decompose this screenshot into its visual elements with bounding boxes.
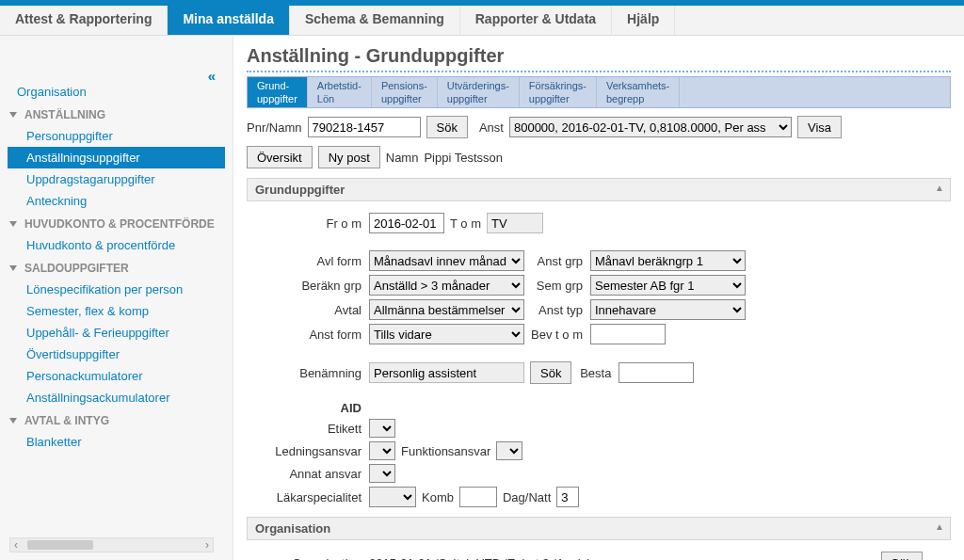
mainnav-hjalp[interactable]: Hjälp <box>612 6 675 35</box>
benamning-input[interactable] <box>369 362 524 383</box>
org-panel-header[interactable]: Organisation ▲ <box>247 517 951 540</box>
sidebar-blanketter[interactable]: Blanketter <box>8 431 225 453</box>
caret-down-icon <box>9 112 17 118</box>
besta-input[interactable] <box>619 362 694 383</box>
subtab-grunduppgifter[interactable]: Grund-uppgifter <box>248 77 308 107</box>
ledning-label: Ledningsansvar <box>247 444 369 458</box>
avtal-select[interactable]: Allmänna bestämmelser <box>369 299 524 320</box>
subtab-forsakrings[interactable]: Försäkrings-uppgifter <box>520 77 597 107</box>
sidebar-huvudkonto[interactable]: Huvudkonto & procentförde <box>8 234 225 256</box>
avlform-label: Avl form <box>247 254 369 268</box>
subtab-arbetstid[interactable]: Arbetstid-Lön <box>308 77 372 107</box>
anst-label: Anst <box>479 120 504 135</box>
anstform-label: Anst form <box>247 328 369 342</box>
annat-select[interactable] <box>369 464 395 483</box>
scroll-right-icon[interactable]: › <box>205 538 209 552</box>
sidebar-anteckning[interactable]: Anteckning <box>8 190 225 212</box>
berakngrp-select[interactable]: Anställd > 3 månader <box>369 275 524 296</box>
etikett-label: Etikett <box>247 422 369 436</box>
funktion-select[interactable] <box>496 441 522 460</box>
subtab-pensions[interactable]: Pensions-uppgifter <box>372 77 438 107</box>
namn-value: Pippi Testsson <box>424 151 503 165</box>
anstgrp-label: Anst grp <box>524 254 590 268</box>
collapse-up-icon[interactable]: ▲ <box>935 183 944 193</box>
avtal-label: Avtal <box>247 303 369 317</box>
mainnav-rapporter[interactable]: Rapporter & Utdata <box>460 6 612 35</box>
komb-input[interactable] <box>459 487 497 507</box>
pnr-label: Pnr/Namn <box>247 120 302 135</box>
subtabs: Grund-uppgifter Arbetstid-Lön Pensions-u… <box>247 76 951 108</box>
org-sok-button[interactable]: Sök <box>881 552 923 560</box>
sidebar-uppdragstagaruppgifter[interactable]: Uppdragstagaruppgifter <box>8 168 225 190</box>
lakar-label: Läkarspecialitet <box>247 490 369 504</box>
ansttyp-label: Anst typ <box>524 303 590 317</box>
berakngrp-label: Beräkn grp <box>247 279 369 293</box>
sidebar-scrollbar[interactable]: ‹ › <box>9 537 214 552</box>
tom-label: T o m <box>444 216 487 231</box>
scroll-thumb[interactable] <box>27 540 93 550</box>
dagnatt-input[interactable] <box>556 487 579 507</box>
ansttyp-select[interactable]: Innehavare <box>590 299 746 320</box>
caret-down-icon <box>9 418 17 424</box>
pnr-input[interactable] <box>308 117 421 137</box>
sidebar-anstallningsack[interactable]: Anställningsackumulatorer <box>8 387 225 408</box>
bev-input[interactable] <box>590 324 666 344</box>
sidebar-organisation[interactable]: Organisation <box>8 81 225 103</box>
annat-label: Annat ansvar <box>247 467 369 481</box>
scroll-left-icon[interactable]: ‹ <box>14 538 18 552</box>
sidebar-anstallningsuppgifter[interactable]: Anställningsuppgifter <box>8 147 225 168</box>
sidebar-group-anstallning[interactable]: ANSTÄLLNING <box>8 103 225 125</box>
dagnatt-label: Dag/Natt <box>497 490 556 504</box>
aid-header: AID <box>247 401 369 415</box>
collapse-sidebar-icon[interactable]: « <box>208 68 216 84</box>
sidebar-semester[interactable]: Semester, flex & komp <box>8 300 225 322</box>
anst-select[interactable]: 800000, 2016-02-01-TV, 0,8108.0000, Per … <box>509 117 792 137</box>
mainnav-attest[interactable]: Attest & Rapportering <box>0 6 168 35</box>
mainnav-mina-anstallda[interactable]: Mina anställda <box>168 6 289 35</box>
nypost-button[interactable]: Ny post <box>318 146 380 168</box>
org-value: 2015-01-01 /Soltak UTB /Enhet 3 /Apelsin… <box>369 556 610 561</box>
semgrp-select[interactable]: Semester AB fgr 1 <box>590 275 746 296</box>
org-label: Organisation <box>247 556 369 561</box>
grund-panel-header[interactable]: Grunduppgifter ▲ <box>247 178 951 201</box>
collapse-up-icon[interactable]: ▲ <box>935 521 944 532</box>
sidebar-uppehall[interactable]: Uppehåll- & Ferieuppgifter <box>8 322 225 344</box>
avlform-select[interactable]: Månadsavl innev månad <box>369 250 524 271</box>
komb-label: Komb <box>416 490 459 504</box>
anstform-select[interactable]: Tills vidare <box>369 324 524 344</box>
sidebar-personuppgifter[interactable]: Personuppgifter <box>8 125 225 147</box>
sidebar-group-avtal[interactable]: AVTAL & INTYG <box>8 408 225 431</box>
caret-down-icon <box>9 265 17 271</box>
lakar-select[interactable] <box>369 487 416 507</box>
from-input[interactable] <box>369 213 444 233</box>
bev-label: Bev t o m <box>524 328 590 342</box>
subtab-verksamhets[interactable]: Verksamhets-begrepp <box>597 77 680 107</box>
semgrp-label: Sem grp <box>524 279 590 293</box>
namn-label: Namn <box>386 151 419 165</box>
sidebar-group-saldo[interactable]: SALDOUPPGIFTER <box>8 256 225 279</box>
sidebar-overtid[interactable]: Övertidsuppgifter <box>8 344 225 365</box>
caret-down-icon <box>9 221 17 227</box>
besta-label: Besta <box>571 366 619 380</box>
from-label: Fr o m <box>247 216 369 231</box>
mainnav-schema[interactable]: Schema & Bemanning <box>290 6 460 35</box>
visa-button[interactable]: Visa <box>797 116 842 138</box>
sok-button[interactable]: Sök <box>426 116 468 138</box>
subtab-utvarderings[interactable]: Utvärderings-uppgifter <box>438 77 520 107</box>
sidebar: « Organisation ANSTÄLLNING Personuppgift… <box>0 36 233 560</box>
etikett-select[interactable] <box>369 419 395 438</box>
benamning-sok-button[interactable]: Sök <box>530 361 571 384</box>
anstgrp-select[interactable]: Månavl beräkngrp 1 <box>590 250 746 271</box>
sidebar-group-huvudkonto[interactable]: HUVUDKONTO & PROCENTFÖRDE <box>8 212 225 234</box>
ledning-select[interactable] <box>369 441 395 460</box>
benamning-label: Benämning <box>247 366 369 380</box>
oversikt-button[interactable]: Översikt <box>247 146 313 168</box>
sidebar-personack[interactable]: Personackumulatorer <box>8 365 225 387</box>
main-nav: Attest & Rapportering Mina anställda Sch… <box>0 6 964 36</box>
tom-input <box>487 213 543 233</box>
funktion-label: Funktionsansvar <box>395 444 496 458</box>
page-title: Anställning - Grunduppgifter <box>247 45 951 67</box>
sidebar-lonespec[interactable]: Lönespecifikation per person <box>8 279 225 300</box>
